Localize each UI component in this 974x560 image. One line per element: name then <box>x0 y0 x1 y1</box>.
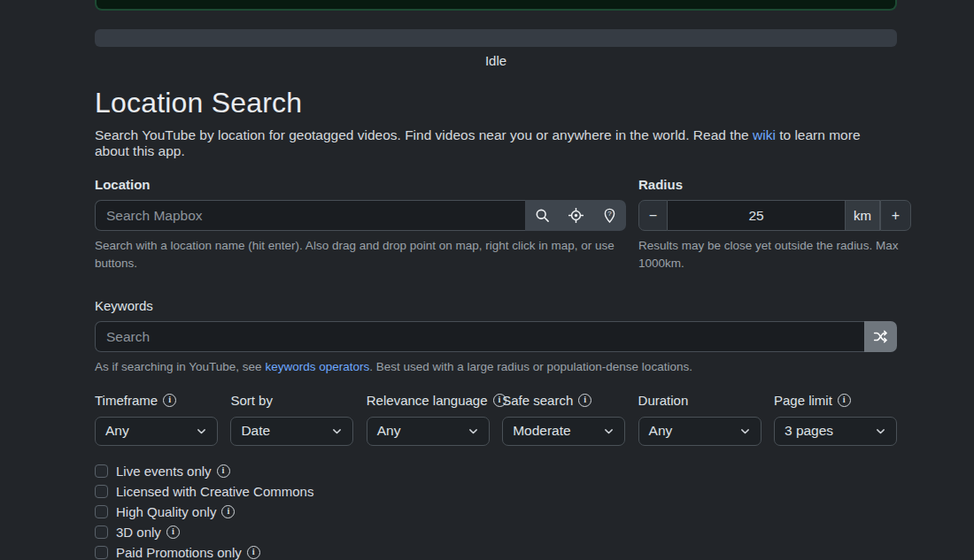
high-quality-checkbox-row: High Quality only <box>95 502 897 522</box>
random-keywords-button[interactable] <box>864 321 897 352</box>
keywords-helper-after: . Best used with a large radius or popul… <box>369 360 692 373</box>
search-icon <box>535 208 550 223</box>
chevron-down-icon <box>739 426 751 437</box>
three-d-only-checkbox[interactable] <box>95 525 108 539</box>
page-limit-label: Page limit <box>774 393 832 408</box>
safe-search-select[interactable]: Moderate <box>502 417 625 446</box>
info-icon[interactable] <box>221 505 235 518</box>
live-events-label: Live events only <box>116 464 212 479</box>
location-section: Location ? <box>95 177 626 272</box>
location-helper-text: Search with a location name (hit enter).… <box>95 237 626 272</box>
creative-commons-label: Licensed with Creative Commons <box>116 484 313 499</box>
info-icon[interactable] <box>578 394 591 407</box>
location-search-button[interactable] <box>525 200 559 231</box>
location-search-input[interactable] <box>95 200 525 231</box>
info-icon[interactable] <box>166 525 180 539</box>
filter-duration: Duration Any <box>638 393 761 446</box>
wiki-link[interactable]: wiki <box>753 127 776 142</box>
radius-section: Radius − km + Results may be close yet o… <box>638 177 911 272</box>
safe-search-label: Safe search <box>502 393 573 408</box>
radius-helper-text: Results may be close yet outside the rad… <box>638 237 911 272</box>
radius-label: Radius <box>638 177 911 192</box>
timeframe-label: Timeframe <box>95 393 158 408</box>
chevron-down-icon <box>331 426 343 437</box>
info-icon[interactable] <box>163 394 176 407</box>
three-d-only-label: 3D only <box>116 525 161 540</box>
radius-input[interactable] <box>668 200 845 231</box>
filters-row: Timeframe Any Sort by Date Relevance lan… <box>95 393 897 446</box>
status-text: Idle <box>95 53 897 68</box>
creative-commons-checkbox[interactable] <box>95 485 108 498</box>
relevance-language-label: Relevance language <box>367 393 488 408</box>
filter-page-limit: Page limit 3 pages <box>774 393 897 446</box>
shuffle-icon <box>873 329 888 344</box>
map-panel-bottom-edge <box>95 0 897 11</box>
paid-promotions-checkbox-row: Paid Promotions only <box>95 542 897 560</box>
location-button-group: ? <box>525 200 626 231</box>
chevron-down-icon <box>196 426 207 437</box>
keywords-section: Keywords As if searching in YouTube, see… <box>95 298 897 376</box>
timeframe-select[interactable]: Any <box>95 417 218 446</box>
paid-promotions-checkbox[interactable] <box>95 546 108 559</box>
location-label: Location <box>95 177 626 192</box>
drop-pin-button[interactable]: ? <box>592 200 626 231</box>
filter-safe-search: Safe search Moderate <box>502 393 625 446</box>
progress-bar <box>95 29 897 47</box>
pin-question-icon: ? <box>602 208 617 223</box>
info-icon[interactable] <box>247 546 260 559</box>
info-icon[interactable] <box>838 394 851 407</box>
description-text: Search YouTube by location for geotagged… <box>95 127 753 142</box>
geolocate-icon <box>568 208 584 223</box>
chevron-down-icon <box>468 426 479 437</box>
high-quality-checkbox[interactable] <box>95 505 108 518</box>
live-events-checkbox[interactable] <box>95 464 108 478</box>
radius-unit-label: km <box>845 200 880 231</box>
geolocate-button[interactable] <box>559 200 592 231</box>
page-description: Search YouTube by location for geotagged… <box>95 127 897 159</box>
page-title: Location Search <box>95 87 897 119</box>
three-d-only-checkbox-row: 3D only <box>95 522 897 542</box>
page-container: Idle Location Search Search YouTube by l… <box>95 0 897 560</box>
duration-label: Duration <box>638 393 689 408</box>
timeframe-value: Any <box>105 423 129 439</box>
svg-text:?: ? <box>607 210 612 218</box>
keywords-operators-link[interactable]: keywords operators <box>265 360 369 373</box>
sort-by-label: Sort by <box>230 393 273 408</box>
info-icon[interactable] <box>217 464 230 478</box>
keywords-helper-text: As if searching in YouTube, see keywords… <box>95 358 897 376</box>
filter-timeframe: Timeframe Any <box>95 393 218 446</box>
radius-decrease-button[interactable]: − <box>638 200 668 231</box>
filter-sort-by: Sort by Date <box>230 393 353 446</box>
checkbox-group: Live events only Licensed with Creative … <box>95 461 897 560</box>
relevance-language-value: Any <box>377 423 401 439</box>
sort-by-value: Date <box>241 423 270 439</box>
duration-value: Any <box>649 423 673 439</box>
sort-by-select[interactable]: Date <box>230 417 353 446</box>
safe-search-value: Moderate <box>513 423 570 439</box>
duration-select[interactable]: Any <box>638 417 761 446</box>
high-quality-label: High Quality only <box>116 504 216 519</box>
chevron-down-icon <box>603 426 615 437</box>
filter-relevance-language: Relevance language Any <box>367 393 490 446</box>
page-limit-select[interactable]: 3 pages <box>774 417 897 446</box>
page-limit-value: 3 pages <box>785 423 833 439</box>
keywords-helper-before: As if searching in YouTube, see <box>95 360 265 373</box>
paid-promotions-label: Paid Promotions only <box>116 545 242 560</box>
relevance-language-select[interactable]: Any <box>367 417 490 446</box>
creative-commons-checkbox-row: Licensed with Creative Commons <box>95 481 897 502</box>
chevron-down-icon <box>875 426 886 437</box>
keywords-label: Keywords <box>95 298 897 313</box>
keywords-input[interactable] <box>95 321 864 352</box>
radius-increase-button[interactable]: + <box>880 200 911 231</box>
live-events-checkbox-row: Live events only <box>95 461 897 481</box>
